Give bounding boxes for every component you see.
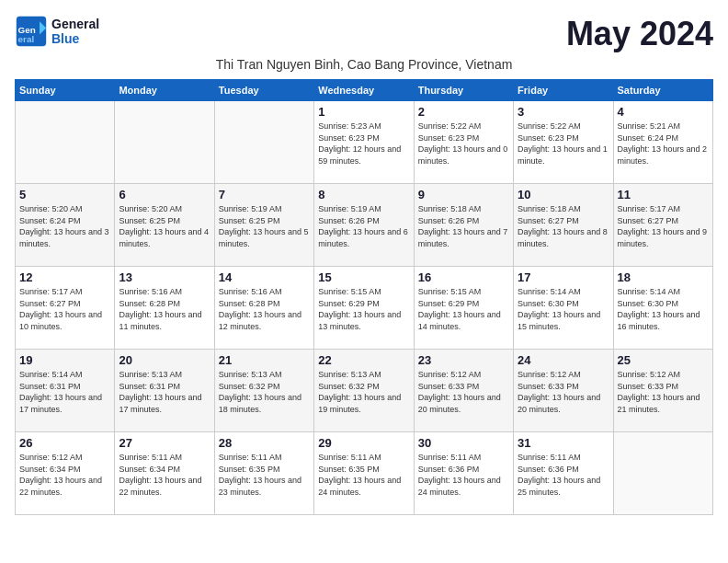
logo: Gen eral General Blue [15,15,99,48]
day-info: Sunrise: 5:23 AM Sunset: 6:23 PM Dayligh… [318,121,409,167]
day-number: 16 [418,270,509,284]
calendar-cell: 12Sunrise: 5:17 AM Sunset: 6:27 PM Dayli… [16,267,115,350]
calendar-cell: 27Sunrise: 5:11 AM Sunset: 6:34 PM Dayli… [115,432,214,515]
calendar-cell: 10Sunrise: 5:18 AM Sunset: 6:27 PM Dayli… [514,184,613,267]
calendar-cell: 18Sunrise: 5:14 AM Sunset: 6:30 PM Dayli… [613,267,712,350]
day-number: 3 [518,105,609,119]
calendar-cell: 30Sunrise: 5:11 AM Sunset: 6:36 PM Dayli… [414,432,513,515]
calendar-cell: 7Sunrise: 5:19 AM Sunset: 6:25 PM Daylig… [214,184,313,267]
day-info: Sunrise: 5:20 AM Sunset: 6:25 PM Dayligh… [119,203,210,249]
weekday-header-tuesday: Tuesday [214,80,313,101]
day-info: Sunrise: 5:11 AM Sunset: 6:36 PM Dayligh… [518,452,609,498]
day-number: 10 [518,188,609,201]
day-info: Sunrise: 5:13 AM Sunset: 6:32 PM Dayligh… [318,369,409,415]
week-row-3: 12Sunrise: 5:17 AM Sunset: 6:27 PM Dayli… [16,267,713,350]
calendar-cell: 21Sunrise: 5:13 AM Sunset: 6:32 PM Dayli… [214,350,313,432]
day-number: 19 [19,353,110,367]
week-row-2: 5Sunrise: 5:20 AM Sunset: 6:24 PM Daylig… [16,184,713,267]
calendar-cell: 17Sunrise: 5:14 AM Sunset: 6:30 PM Dayli… [514,267,613,350]
day-number: 20 [119,353,210,367]
weekday-header-thursday: Thursday [414,80,513,101]
weekday-header-saturday: Saturday [613,80,712,101]
day-number: 9 [418,188,509,201]
calendar-cell: 1Sunrise: 5:23 AM Sunset: 6:23 PM Daylig… [314,101,414,184]
day-info: Sunrise: 5:12 AM Sunset: 6:33 PM Dayligh… [618,369,709,415]
day-number: 7 [219,188,310,201]
calendar-cell: 3Sunrise: 5:22 AM Sunset: 6:23 PM Daylig… [514,101,613,184]
calendar-cell: 15Sunrise: 5:15 AM Sunset: 6:29 PM Dayli… [314,267,414,350]
calendar-cell: 24Sunrise: 5:12 AM Sunset: 6:33 PM Dayli… [514,350,613,432]
calendar-cell [214,101,313,184]
week-row-1: 1Sunrise: 5:23 AM Sunset: 6:23 PM Daylig… [16,101,713,184]
day-number: 29 [318,436,409,450]
day-number: 22 [318,353,409,367]
location-title: Thi Tran Nguyen Binh, Cao Bang Province,… [15,57,713,72]
day-number: 24 [518,353,609,367]
day-info: Sunrise: 5:19 AM Sunset: 6:26 PM Dayligh… [318,203,409,249]
calendar-cell: 11Sunrise: 5:17 AM Sunset: 6:27 PM Dayli… [613,184,712,267]
day-number: 28 [219,436,310,450]
day-number: 26 [19,436,110,450]
weekday-header-sunday: Sunday [16,80,115,101]
day-info: Sunrise: 5:17 AM Sunset: 6:27 PM Dayligh… [19,286,110,332]
day-info: Sunrise: 5:11 AM Sunset: 6:35 PM Dayligh… [318,452,409,498]
day-number: 27 [119,436,210,450]
day-number: 17 [518,270,609,284]
day-info: Sunrise: 5:14 AM Sunset: 6:31 PM Dayligh… [19,369,110,415]
calendar-cell [613,432,712,515]
calendar-cell: 26Sunrise: 5:12 AM Sunset: 6:34 PM Dayli… [16,432,115,515]
day-number: 2 [418,105,509,119]
calendar-table: SundayMondayTuesdayWednesdayThursdayFrid… [15,79,713,515]
weekday-header-row: SundayMondayTuesdayWednesdayThursdayFrid… [16,80,713,101]
calendar-cell: 31Sunrise: 5:11 AM Sunset: 6:36 PM Dayli… [514,432,613,515]
day-info: Sunrise: 5:18 AM Sunset: 6:26 PM Dayligh… [418,203,509,249]
weekday-header-wednesday: Wednesday [314,80,414,101]
day-info: Sunrise: 5:15 AM Sunset: 6:29 PM Dayligh… [418,286,509,332]
day-number: 25 [618,353,709,367]
day-info: Sunrise: 5:11 AM Sunset: 6:35 PM Dayligh… [219,452,310,498]
svg-text:eral: eral [18,34,35,44]
day-number: 1 [318,105,409,119]
month-title: May 2024 [566,15,713,53]
day-info: Sunrise: 5:12 AM Sunset: 6:34 PM Dayligh… [19,452,110,498]
day-number: 21 [219,353,310,367]
day-info: Sunrise: 5:16 AM Sunset: 6:28 PM Dayligh… [119,286,210,332]
day-info: Sunrise: 5:19 AM Sunset: 6:25 PM Dayligh… [219,203,310,249]
day-number: 31 [518,436,609,450]
calendar-cell: 16Sunrise: 5:15 AM Sunset: 6:29 PM Dayli… [414,267,513,350]
day-info: Sunrise: 5:14 AM Sunset: 6:30 PM Dayligh… [518,286,609,332]
day-info: Sunrise: 5:22 AM Sunset: 6:23 PM Dayligh… [518,121,609,167]
day-number: 13 [119,270,210,284]
calendar-cell: 25Sunrise: 5:12 AM Sunset: 6:33 PM Dayli… [613,350,712,432]
calendar-cell: 4Sunrise: 5:21 AM Sunset: 6:24 PM Daylig… [613,101,712,184]
logo-icon: Gen eral [15,15,48,48]
calendar-cell: 2Sunrise: 5:22 AM Sunset: 6:23 PM Daylig… [414,101,513,184]
calendar-cell: 28Sunrise: 5:11 AM Sunset: 6:35 PM Dayli… [214,432,313,515]
day-number: 23 [418,353,509,367]
logo-text: General Blue [51,17,99,46]
calendar-cell [115,101,214,184]
day-number: 15 [318,270,409,284]
day-number: 14 [219,270,310,284]
calendar-cell: 13Sunrise: 5:16 AM Sunset: 6:28 PM Dayli… [115,267,214,350]
day-info: Sunrise: 5:15 AM Sunset: 6:29 PM Dayligh… [318,286,409,332]
day-info: Sunrise: 5:13 AM Sunset: 6:31 PM Dayligh… [119,369,210,415]
week-row-4: 19Sunrise: 5:14 AM Sunset: 6:31 PM Dayli… [16,350,713,432]
calendar-cell: 14Sunrise: 5:16 AM Sunset: 6:28 PM Dayli… [214,267,313,350]
day-number: 8 [318,188,409,201]
calendar-cell: 22Sunrise: 5:13 AM Sunset: 6:32 PM Dayli… [314,350,414,432]
day-number: 4 [618,105,709,119]
calendar-cell: 23Sunrise: 5:12 AM Sunset: 6:33 PM Dayli… [414,350,513,432]
calendar-cell: 20Sunrise: 5:13 AM Sunset: 6:31 PM Dayli… [115,350,214,432]
day-info: Sunrise: 5:12 AM Sunset: 6:33 PM Dayligh… [418,369,509,415]
calendar-cell: 19Sunrise: 5:14 AM Sunset: 6:31 PM Dayli… [16,350,115,432]
calendar-cell: 8Sunrise: 5:19 AM Sunset: 6:26 PM Daylig… [314,184,414,267]
day-info: Sunrise: 5:16 AM Sunset: 6:28 PM Dayligh… [219,286,310,332]
calendar-cell: 29Sunrise: 5:11 AM Sunset: 6:35 PM Dayli… [314,432,414,515]
calendar-cell [16,101,115,184]
day-info: Sunrise: 5:22 AM Sunset: 6:23 PM Dayligh… [418,121,509,167]
day-number: 30 [418,436,509,450]
page-header: Gen eral General Blue May 2024 [15,15,713,53]
day-number: 12 [19,270,110,284]
day-info: Sunrise: 5:18 AM Sunset: 6:27 PM Dayligh… [518,203,609,249]
